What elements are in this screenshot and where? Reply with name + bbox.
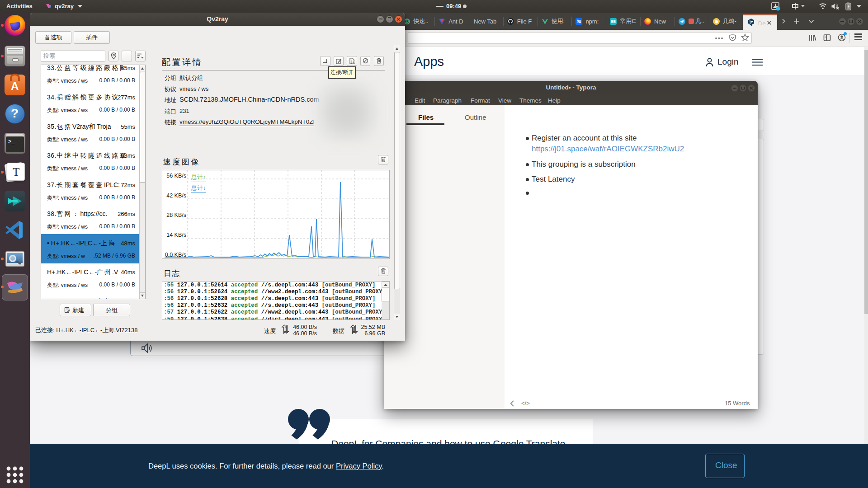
svg-text:{:}: {:} xyxy=(350,60,355,64)
